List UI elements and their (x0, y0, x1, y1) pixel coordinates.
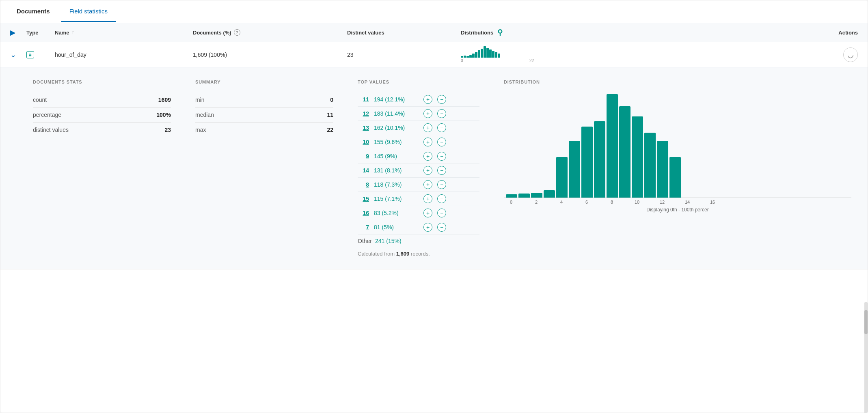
distribution-title: DISTRIBUTION (504, 80, 851, 84)
tab-field-statistics[interactable]: Field statistics (61, 1, 116, 22)
top-value-row-8: 16 83 (5.2%) + − (358, 206, 479, 220)
top-value-row-5: 14 131 (8.1%) + − (358, 163, 479, 178)
dist-x-labels: 0 2 4 6 8 10 12 14 16 (504, 200, 851, 204)
filter-exclude-5[interactable]: − (437, 166, 446, 175)
header-documents: Documents (%) ? (193, 29, 347, 36)
filter-exclude-9[interactable]: − (437, 223, 446, 232)
stat-median: median 11 (195, 108, 333, 123)
top-values-title: TOP VALUES (358, 80, 479, 84)
filter-include-1[interactable]: + (423, 109, 432, 118)
top-values-section: TOP VALUES 11 194 (12.1%) + − 12 183 (11… (358, 80, 479, 257)
stat-distinct: distinct values 23 (33, 123, 171, 137)
dist-bar-2 (531, 193, 542, 198)
dist-bar-1 (518, 194, 530, 198)
filter-include-9[interactable]: + (423, 223, 432, 232)
other-row: Other 241 (15%) (358, 234, 479, 247)
row-type: # (26, 51, 55, 58)
row-distinct: 23 (347, 52, 461, 58)
filter-include-7[interactable]: + (423, 194, 432, 203)
header-type: Type (26, 30, 55, 36)
type-badge: # (26, 51, 34, 58)
docs-help-icon[interactable]: ? (234, 29, 240, 36)
other-value: 241 (15%) (375, 238, 402, 244)
filter-include-5[interactable]: + (423, 166, 432, 175)
collapse-icon[interactable]: ⌄ (10, 51, 16, 59)
dist-bar-10 (632, 116, 643, 198)
filter-exclude-4[interactable]: − (437, 152, 446, 161)
sparkline-labels: 0 22 (461, 58, 534, 63)
filter-exclude-0[interactable]: − (437, 95, 446, 104)
filter-include-0[interactable]: + (423, 95, 432, 104)
filter-exclude-2[interactable]: − (437, 123, 446, 132)
dist-bar-8 (607, 94, 618, 198)
action-button[interactable]: ◡ (843, 47, 858, 62)
filter-exclude-8[interactable]: − (437, 209, 446, 217)
dist-bar-11 (644, 133, 656, 198)
filter-include-3[interactable]: + (423, 138, 432, 146)
distribution-chart (504, 92, 851, 198)
top-value-row-3: 10 155 (9.6%) + − (358, 135, 479, 149)
row-distribution-sparkline: 0 22 (461, 46, 809, 63)
stat-percentage: percentage 100% (33, 108, 171, 123)
tabs-container: Documents Field statistics (0, 0, 868, 23)
filter-include-4[interactable]: + (423, 152, 432, 161)
header-distinct: Distinct values (347, 30, 461, 36)
filter-include-6[interactable]: + (423, 180, 432, 189)
header-actions: Actions (809, 30, 858, 36)
filter-exclude-7[interactable]: − (437, 194, 446, 203)
filter-include-8[interactable]: + (423, 209, 432, 217)
dist-bar-5 (569, 141, 580, 198)
stat-min: min 0 (195, 92, 333, 108)
row-actions: ◡ (809, 47, 858, 62)
header-expand: ▶ (10, 29, 26, 37)
dist-bar-9 (619, 106, 630, 198)
top-value-row-1: 12 183 (11.4%) + − (358, 107, 479, 121)
distribution-section: DISTRIBUTION 0 2 (504, 80, 851, 257)
header-name-label: Name (55, 30, 69, 36)
top-value-row-7: 15 115 (7.1%) + − (358, 192, 479, 206)
row-documents: 1,609 (100%) (193, 52, 347, 58)
expanded-detail: DOCUMENTS STATS count 1609 percentage 10… (0, 67, 868, 269)
dist-bar-3 (544, 190, 555, 198)
filter-exclude-3[interactable]: − (437, 138, 446, 146)
top-value-row-0: 11 194 (12.1%) + − (358, 92, 479, 107)
filter-exclude-6[interactable]: − (437, 180, 446, 189)
dist-bar-0 (506, 194, 517, 198)
filter-exclude-1[interactable]: − (437, 109, 446, 118)
dist-bar-7 (594, 121, 605, 198)
distributions-link-icon[interactable]: ⚲ (497, 28, 503, 37)
other-label: Other (358, 238, 372, 244)
documents-stats: DOCUMENTS STATS count 1609 percentage 10… (33, 80, 171, 257)
dist-bar-6 (581, 127, 593, 198)
docs-stats-title: DOCUMENTS STATS (33, 80, 171, 84)
table-header: ▶ Type Name ↑ Documents (%) ? Distinct v… (0, 23, 868, 42)
dist-caption: Displaying 0th - 100th percer (504, 207, 851, 213)
top-value-row-4: 9 145 (9%) + − (358, 149, 479, 163)
top-value-row-9: 7 81 (5%) + − (358, 220, 479, 234)
sort-icon[interactable]: ↑ (71, 30, 74, 35)
scrollbar-thumb[interactable] (864, 310, 868, 334)
stat-count: count 1609 (33, 92, 171, 108)
header-name[interactable]: Name ↑ (55, 30, 193, 36)
top-value-row-2: 13 162 (10.1%) + − (358, 121, 479, 135)
header-distributions: Distributions ⚲ (461, 28, 809, 37)
summary-section: SUMMARY min 0 median 11 max 22 (195, 80, 333, 257)
dist-bar-12 (657, 141, 668, 198)
vertical-scrollbar[interactable] (864, 302, 868, 413)
stat-max: max 22 (195, 123, 333, 137)
field-row: ⌄ # hour_of_day 1,609 (100%) 23 (0, 42, 868, 67)
sparkline (461, 46, 534, 58)
top-value-row-6: 8 118 (7.3%) + − (358, 178, 479, 192)
row-expand[interactable]: ⌄ (10, 50, 26, 59)
dist-bar-13 (669, 157, 681, 198)
row-name: hour_of_day (55, 52, 193, 58)
dist-bar-4 (556, 157, 568, 198)
expand-all-icon[interactable]: ▶ (10, 29, 15, 36)
tab-documents[interactable]: Documents (9, 1, 58, 22)
summary-title: SUMMARY (195, 80, 333, 84)
calc-note: Calculated from 1,609 records. (358, 251, 479, 257)
filter-include-2[interactable]: + (423, 123, 432, 132)
